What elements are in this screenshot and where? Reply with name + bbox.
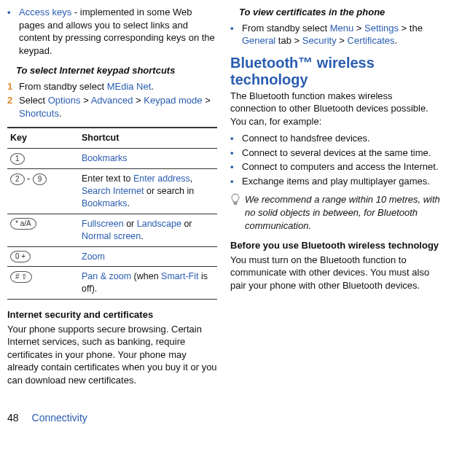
key-sep: - — [25, 173, 33, 184]
bullet-dot: • — [230, 160, 242, 173]
shortcuts-link: Shortcuts — [19, 108, 59, 119]
settings-link: Settings — [364, 23, 399, 34]
r-the: the — [407, 23, 423, 34]
shortcut-cell-3: Zoom — [79, 246, 217, 267]
step-1: 1 From standby select MEdia Net. — [7, 80, 217, 93]
footer-section: Connectivity — [32, 411, 87, 425]
keypad-mode-link: Keypad mode — [144, 95, 202, 106]
right-column: To view certificates in the phone • From… — [230, 6, 440, 386]
media-net-link: MEdia Net — [107, 81, 152, 92]
bt-bullet-0: Connect to handsfree devices. — [242, 132, 370, 145]
security-link: Security — [302, 35, 337, 46]
subhead-select-shortcuts: To select Internet keypad shortcuts — [16, 64, 217, 77]
internet-security-body: Your phone supports secure browsing. Cer… — [7, 323, 217, 387]
bullet-item: • Connect to computers and access the In… — [230, 160, 440, 173]
note-text: We recommend a range within 10 metres, w… — [245, 193, 440, 232]
table-row: 2 - 9 Enter text to Enter address, Searc… — [7, 169, 217, 214]
step2-text: Select — [19, 95, 48, 106]
step-number-2: 2 — [7, 94, 19, 120]
th-shortcut: Shortcut — [79, 128, 217, 148]
keypad-key: 2 — [10, 173, 25, 185]
bullet-dot: • — [230, 147, 242, 160]
keypad-key: # ⇧ — [10, 271, 32, 283]
step-2: 2 Select Options > Advanced > Keypad mod… — [7, 94, 217, 120]
table-row: * a/A Fullscreen or Landscape or Normal … — [7, 214, 217, 246]
note: We recommend a range within 10 metres, w… — [230, 193, 440, 232]
step1-period: . — [151, 81, 154, 92]
shortcut-cell-2: Fullscreen or Landscape or Normal screen… — [79, 214, 217, 246]
certificates-link: Certificates — [348, 35, 395, 46]
bullet-item: • Connect to several devices at the same… — [230, 147, 440, 160]
bt-bullet-3: Exchange items and play multiplayer game… — [242, 175, 430, 188]
bullet-item: • From standby select Menu > Settings > … — [230, 22, 440, 47]
shortcut-table: Key Shortcut 1 Bookmarks 2 - 9 Enter tex… — [7, 127, 217, 300]
term-access-keys: Access keys — [19, 7, 71, 17]
bullet-dot: • — [230, 22, 242, 47]
th-key: Key — [7, 128, 79, 148]
menu-link: Menu — [330, 23, 354, 34]
bt-bullet-2: Connect to computers and access the Inte… — [242, 160, 439, 173]
before-bt-head: Before you use Bluetooth wireless techno… — [230, 239, 440, 252]
bullet-dot: • — [230, 132, 242, 145]
keypad-key: 9 — [33, 173, 47, 185]
keypad-key: * a/A — [10, 218, 36, 230]
shortcut-cell-4: Pan & zoom (when Smart-Fit is off). — [79, 267, 217, 300]
table-row: # ⇧ Pan & zoom (when Smart-Fit is off). — [7, 267, 217, 300]
step-number-1: 1 — [7, 80, 19, 93]
page-number: 48 — [7, 411, 19, 425]
page-footer: 48 Connectivity — [7, 411, 440, 425]
lightbulb-icon — [230, 193, 240, 232]
bt-bullet-1: Connect to several devices at the same t… — [242, 147, 431, 160]
shortcut-cell-0: Bookmarks — [79, 149, 217, 169]
bullet-dot: • — [7, 6, 19, 57]
keypad-key: 1 — [10, 153, 25, 165]
r-tab: tab > — [275, 35, 302, 46]
advanced-link: Advanced — [91, 95, 133, 106]
shortcut-cell-1: Enter text to Enter address, Search Inte… — [79, 169, 217, 214]
general-link: General — [242, 35, 275, 46]
bluetooth-intro: The Bluetooth function makes wireless co… — [230, 90, 440, 128]
bullet-dot: • — [230, 175, 242, 188]
r-step1-a: From standby select — [242, 23, 330, 34]
bullet-item: • Access keys - implemented in some Web … — [7, 6, 217, 57]
bluetooth-heading: Bluetooth™ wireless technology — [230, 55, 440, 88]
bullet-item: • Exchange items and play multiplayer ga… — [230, 175, 440, 188]
before-bt-body: You must turn on the Bluetooth function … — [230, 254, 440, 292]
internet-security-head: Internet security and certificates — [7, 308, 217, 321]
table-row: 1 Bookmarks — [7, 149, 217, 169]
left-column: • Access keys - implemented in some Web … — [7, 6, 217, 386]
subhead-view-certs: To view certificates in the phone — [239, 6, 440, 19]
bullet-item: • Connect to handsfree devices. — [230, 132, 440, 145]
step1-text: From standby select — [19, 81, 107, 92]
options-link: Options — [48, 95, 81, 106]
table-row: 0 + Zoom — [7, 246, 217, 267]
keypad-key: 0 + — [10, 251, 31, 262]
